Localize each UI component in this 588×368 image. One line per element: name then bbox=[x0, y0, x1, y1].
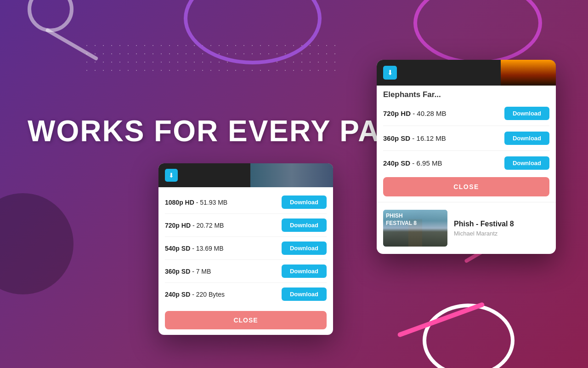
popup-left: 1080p HD - 51.93 MB Download 720p HD - 2… bbox=[158, 163, 333, 335]
arc-decoration-bottom-right bbox=[423, 304, 514, 368]
right-quality-label-240p: 240p SD - 6.95 MB bbox=[383, 159, 442, 167]
card-title: Phish - Festival 8 bbox=[454, 220, 514, 228]
main-heading: WORKS FOR EVERY PAGE bbox=[28, 115, 424, 147]
popup-left-thumbnail bbox=[250, 163, 333, 187]
popup-right-row-720p: 720p HD - 40.28 MB Download bbox=[383, 101, 549, 126]
download-button-360p[interactable]: Download bbox=[282, 264, 327, 278]
close-button-right[interactable]: CLOSE bbox=[383, 177, 549, 196]
quality-label-1080p: 1080p HD - 51.93 MB bbox=[165, 199, 227, 206]
popup-right-title: Elephants Far... bbox=[377, 86, 556, 101]
popup-right-header bbox=[377, 60, 556, 86]
line-decoration-top-left bbox=[45, 28, 99, 61]
popup-left-header bbox=[158, 163, 333, 187]
right-quality-label-360p: 360p SD - 16.12 MB bbox=[383, 134, 446, 142]
card-thumb-text-phish: PHISHFESTIVAL 8 bbox=[386, 213, 445, 227]
card-subtitle: Michael Marantz bbox=[454, 230, 514, 237]
right-download-button-240p[interactable]: Download bbox=[504, 156, 549, 170]
quality-label-360p: 360p SD - 7 MB bbox=[165, 268, 211, 275]
download-button-720p[interactable]: Download bbox=[282, 218, 327, 232]
arc-decoration-top-right bbox=[413, 0, 542, 64]
popup-left-rows: 1080p HD - 51.93 MB Download 720p HD - 2… bbox=[158, 187, 333, 309]
card-bottom: PHISHFESTIVAL 8 Phish - Festival 8 Micha… bbox=[377, 202, 556, 254]
arc-decoration-top-center bbox=[184, 0, 322, 64]
download-button-540p[interactable]: Download bbox=[282, 242, 327, 255]
popup-right-rows: 720p HD - 40.28 MB Download 360p SD - 16… bbox=[377, 101, 556, 175]
circle-decoration-top-left bbox=[28, 0, 74, 32]
download-button-1080p[interactable]: Download bbox=[282, 196, 327, 209]
popup-left-row-240p: 240p SD - 220 Bytes Download bbox=[165, 283, 327, 305]
line-decoration-bottom-right bbox=[397, 302, 485, 338]
popup-right-thumbnail bbox=[501, 60, 556, 86]
card-thumbnail: PHISHFESTIVAL 8 bbox=[383, 210, 447, 247]
popup-left-row-1080p: 1080p HD - 51.93 MB Download bbox=[165, 191, 327, 214]
right-download-button-360p[interactable]: Download bbox=[504, 132, 549, 145]
popup-right: Elephants Far... 720p HD - 40.28 MB Down… bbox=[377, 60, 556, 254]
popup-left-row-360p: 360p SD - 7 MB Download bbox=[165, 260, 327, 283]
popup-left-row-720p: 720p HD - 20.72 MB Download bbox=[165, 214, 327, 237]
download-icon-right bbox=[383, 66, 397, 80]
right-quality-label-720p: 720p HD - 40.28 MB bbox=[383, 109, 447, 117]
close-button-left[interactable]: CLOSE bbox=[165, 311, 327, 329]
circle-decoration-left-mid bbox=[0, 193, 74, 294]
popup-right-row-360p: 360p SD - 16.12 MB Download bbox=[383, 126, 549, 151]
dot-grid-decoration bbox=[83, 41, 340, 78]
quality-label-240p: 240p SD - 220 Bytes bbox=[165, 291, 225, 298]
popup-right-row-240p: 240p SD - 6.95 MB Download bbox=[383, 151, 549, 175]
download-icon-left bbox=[165, 169, 178, 182]
download-button-240p[interactable]: Download bbox=[282, 288, 327, 301]
card-info: Phish - Festival 8 Michael Marantz bbox=[454, 220, 514, 237]
quality-label-720p: 720p HD - 20.72 MB bbox=[165, 222, 224, 229]
quality-label-540p: 540p SD - 13.69 MB bbox=[165, 245, 224, 252]
popup-left-row-540p: 540p SD - 13.69 MB Download bbox=[165, 237, 327, 260]
right-download-button-720p[interactable]: Download bbox=[504, 107, 549, 120]
